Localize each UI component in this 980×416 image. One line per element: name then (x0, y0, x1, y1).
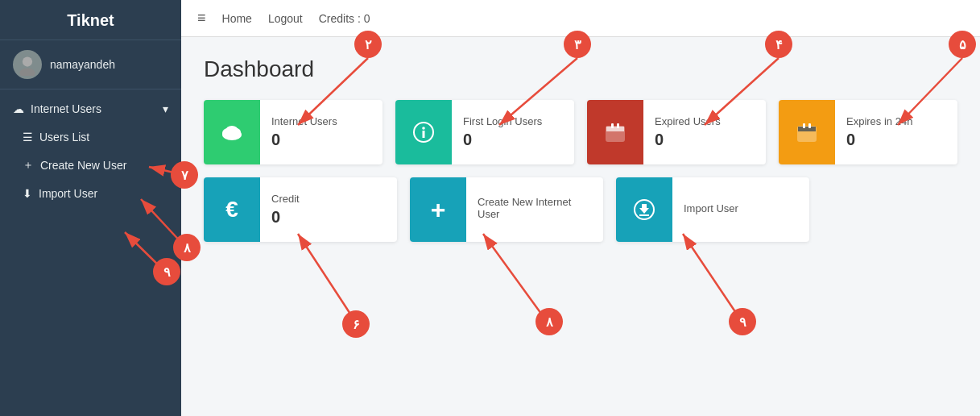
card-label-create-internet-user: Create New Internet User (478, 196, 592, 220)
import-user-label: Import User (39, 187, 97, 200)
card-create-internet-user[interactable]: + Create New Internet User (410, 177, 603, 242)
card-icon-euro: € (204, 177, 260, 242)
svg-rect-16 (808, 123, 811, 128)
avatar (13, 50, 42, 79)
card-label-expires-24h: Expires in 24h (846, 115, 946, 127)
sidebar-nav: ☁ Internet Users ▾ ☰ Users List ＋ Create… (0, 89, 181, 207)
svg-marker-18 (639, 204, 649, 214)
card-import-user[interactable]: Import User (616, 177, 809, 242)
card-value-internet-users: 0 (271, 131, 371, 149)
card-icon-download (616, 177, 672, 242)
svg-point-5 (225, 126, 238, 135)
cards-row-2: € Credit 0 + Create New Internet User (204, 177, 957, 242)
card-icon-plus: + (410, 177, 466, 242)
card-label-internet-users: Internet Users (271, 115, 371, 127)
card-label-import-user: Import User (684, 202, 798, 214)
svg-rect-11 (611, 123, 614, 128)
card-info-expired: Expired Users 0 (643, 106, 766, 159)
svg-rect-14 (798, 127, 816, 131)
card-icon-cloud (204, 100, 260, 164)
plus-icon: ＋ (23, 158, 34, 173)
svg-rect-15 (803, 123, 805, 128)
logout-link[interactable]: Logout (268, 12, 303, 25)
card-info-credit: Credit 0 (260, 183, 397, 236)
card-info-import-user: Import User (672, 193, 809, 227)
create-user-label: Create New User (40, 159, 126, 172)
list-icon: ☰ (23, 131, 33, 144)
internet-users-label: Internet Users (31, 102, 101, 115)
username-label: namayandeh (50, 58, 115, 71)
card-label-first-login: First Login Users (463, 115, 563, 127)
svg-rect-19 (639, 214, 649, 216)
page-title: Dashboard (204, 56, 957, 82)
card-first-login-users[interactable]: First Login Users 0 (395, 100, 574, 164)
sidebar-item-users-list[interactable]: ☰ Users List (0, 123, 181, 151)
cards-row-1: Internet Users 0 First Login Users (204, 100, 957, 164)
card-expires-24h[interactable]: Expires in 24h 0 (779, 100, 957, 164)
download-icon: ⬇ (23, 187, 32, 200)
card-info-internet-users: Internet Users 0 (260, 106, 382, 159)
chevron-down-icon: ▾ (163, 102, 168, 115)
app-title: Tiknet (0, 0, 181, 40)
card-value-first-login: 0 (463, 131, 563, 149)
card-credit[interactable]: € Credit 0 (204, 177, 397, 242)
svg-point-1 (19, 68, 35, 76)
card-expired-users[interactable]: Expired Users 0 (587, 100, 766, 164)
card-info-create-internet-user: Create New Internet User (466, 186, 603, 233)
card-value-credit: 0 (271, 208, 386, 227)
card-value-expires-24h: 0 (846, 131, 946, 149)
main-area: ≡ Home Logout Credits : 0 Dashboard (181, 0, 980, 416)
users-list-label: Users List (39, 131, 89, 144)
home-link[interactable]: Home (222, 12, 252, 25)
content: Dashboard Internet Users 0 (181, 37, 980, 416)
svg-rect-7 (423, 131, 425, 138)
credits-text: Credits : 0 (319, 12, 370, 25)
sidebar-item-create-user[interactable]: ＋ Create New User (0, 151, 181, 180)
card-info-first-login: First Login Users 0 (452, 106, 574, 159)
svg-rect-10 (606, 127, 624, 131)
card-info-expires-24h: Expires in 24h 0 (835, 106, 957, 159)
svg-point-8 (422, 127, 425, 130)
svg-point-0 (23, 56, 32, 66)
sidebar-item-import-user[interactable]: ⬇ Import User (0, 180, 181, 207)
sidebar-user: namayandeh (0, 40, 181, 89)
card-value-expired: 0 (655, 131, 755, 149)
card-icon-calendar2 (779, 100, 835, 164)
card-internet-users[interactable]: Internet Users 0 (204, 100, 382, 164)
sidebar: Tiknet namayandeh ☁ Internet Users ▾ ☰ U… (0, 0, 181, 416)
card-icon-calendar (587, 100, 643, 164)
page-wrapper: Tiknet namayandeh ☁ Internet Users ▾ ☰ U… (0, 0, 980, 416)
svg-rect-12 (617, 123, 619, 128)
cloud-icon: ☁ (13, 102, 24, 115)
card-label-credit: Credit (271, 193, 386, 205)
hamburger-icon[interactable]: ≡ (197, 10, 206, 27)
topnav: ≡ Home Logout Credits : 0 (181, 0, 980, 37)
sidebar-item-internet-users[interactable]: ☁ Internet Users ▾ (0, 94, 181, 123)
card-icon-info (395, 100, 452, 164)
card-label-expired: Expired Users (655, 115, 755, 127)
